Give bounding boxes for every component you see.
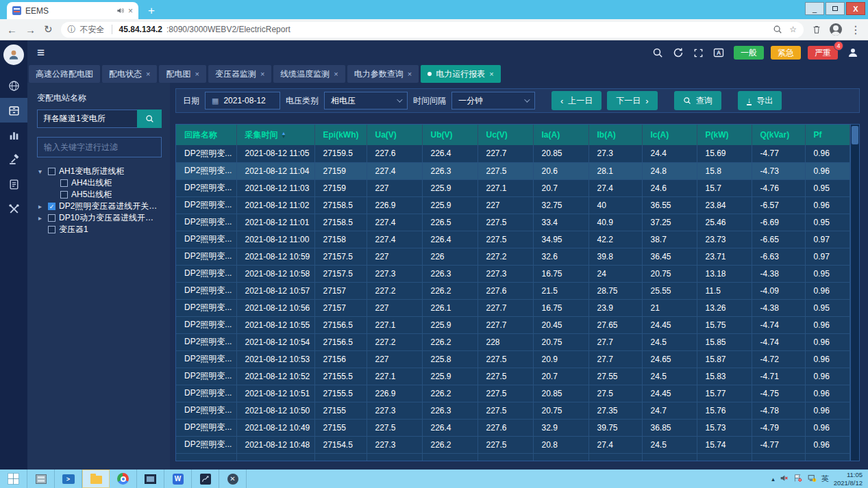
table-row[interactable]: DP2照明变...2021-08-12 10:5527156.5227.1225… (176, 316, 850, 333)
column-header[interactable]: Epi(kWh) (314, 125, 367, 145)
page-tab[interactable]: 高速公路配电图 (29, 65, 100, 83)
tab-close-icon[interactable]: × (146, 70, 150, 78)
records-icon[interactable] (0, 98, 27, 123)
interval-select[interactable]: 一分钟 (451, 92, 535, 110)
monitor-app-icon[interactable] (137, 470, 164, 488)
new-tab-button[interactable]: + (148, 2, 155, 19)
column-header[interactable]: Ic(A) (642, 125, 697, 145)
column-header[interactable]: Uc(V) (478, 125, 533, 145)
column-header[interactable]: P(kW) (697, 125, 752, 145)
user-avatar[interactable] (3, 44, 24, 65)
alarm-badge[interactable]: 一般 (734, 46, 764, 60)
tab-close-icon[interactable]: × (128, 6, 133, 16)
network-warning-icon[interactable]: ! (807, 473, 817, 485)
server-manager-icon[interactable] (27, 470, 55, 488)
window-minimize-button[interactable]: _ (805, 2, 824, 15)
zoom-icon[interactable] (773, 25, 782, 34)
sort-asc-icon[interactable]: ▲▼ (282, 131, 286, 138)
menu-toggle-icon[interactable]: ≡ (37, 45, 45, 60)
table-row[interactable]: DP2照明变...2021-08-12 10:5427156.5227.2226… (176, 333, 850, 350)
page-tab[interactable]: 电力运行报表× (421, 65, 500, 83)
chevron-down-icon[interactable]: ▾ (38, 168, 45, 175)
forward-icon[interactable]: → (25, 24, 36, 36)
chevron-right-icon[interactable]: ▸ (38, 214, 45, 222)
tab-close-icon[interactable]: × (334, 70, 338, 78)
tree-checkbox[interactable] (48, 214, 55, 222)
audio-playing-icon[interactable] (116, 7, 124, 14)
next-day-button[interactable]: 下一日› (607, 91, 657, 110)
taskbar-clock[interactable]: 11:052021/8/12 (834, 471, 863, 487)
station-search-button[interactable] (137, 110, 162, 128)
table-row[interactable]: DP2照明变...2021-08-12 11:0327159227225.922… (176, 179, 850, 196)
user-icon[interactable] (847, 47, 858, 58)
tree-item[interactable]: ▾AH1变电所进线柜 (37, 166, 162, 177)
page-tab[interactable]: 电力参数查询× (347, 65, 419, 83)
tree-item[interactable]: AH4出线柜 (37, 177, 162, 189)
column-header[interactable]: 采集时间▲▼ (236, 125, 314, 145)
column-header[interactable]: Ia(A) (533, 125, 588, 145)
info-icon[interactable]: ⓘ (68, 24, 76, 36)
reload-icon[interactable]: ↻ (44, 23, 53, 36)
table-row[interactable]: DP2照明变...2021-08-12 10:4927155227.5226.4… (176, 419, 850, 436)
gavel-icon[interactable] (0, 147, 27, 172)
tree-checkbox[interactable]: ✓ (48, 203, 55, 210)
powershell-icon[interactable]: > (55, 470, 82, 488)
globe-icon[interactable] (0, 73, 27, 98)
trash-icon[interactable] (812, 25, 821, 34)
tree-item[interactable]: 变压器1 (37, 224, 162, 235)
table-row[interactable]: DP2照明变...2021-08-12 10:5927157.522722622… (176, 248, 850, 265)
window-maximize-button[interactable] (826, 2, 845, 15)
voltage-type-select[interactable]: 相电压 (324, 92, 408, 110)
tree-checkbox[interactable] (60, 179, 68, 187)
table-row[interactable]: DP2照明变...2021-08-12 11:0227158.5226.9225… (176, 196, 850, 214)
tab-close-icon[interactable]: × (408, 70, 412, 78)
tab-close-icon[interactable]: × (260, 70, 264, 78)
drawing-app-icon[interactable] (192, 470, 219, 488)
chart-icon[interactable] (0, 123, 27, 147)
query-button[interactable]: 查询 (674, 91, 721, 110)
ime-indicator[interactable]: 英 (821, 474, 829, 484)
tree-filter-input[interactable] (40, 140, 159, 155)
tab-close-icon[interactable]: × (489, 70, 493, 78)
chevron-right-icon[interactable]: ▸ (38, 203, 45, 210)
url-bar[interactable]: ⓘ 不安全 45.84.134.2:8090/3000WEBV2/Electri… (61, 22, 804, 38)
column-header[interactable]: Pf (805, 125, 850, 145)
table-row[interactable]: DP2照明变...2021-08-12 10:4827154.5227.3226… (176, 436, 850, 453)
back-icon[interactable]: ← (7, 24, 17, 36)
export-button[interactable]: ↓导出 (738, 91, 782, 110)
table-row[interactable]: DP2照明变...2021-08-12 10:5727157227.2226.2… (176, 282, 850, 299)
table-row[interactable]: DP2照明变...2021-08-12 10:5127155.5226.9226… (176, 385, 850, 402)
page-tab[interactable]: 线缆温度监测× (273, 65, 345, 83)
table-row[interactable]: DP2照明变...2021-08-12 11:0527159.5227.6226… (176, 145, 850, 162)
table-row[interactable]: DP2照明变...2021-08-12 10:5827157.5227.3226… (176, 265, 850, 282)
action-center-flag-icon[interactable] (793, 473, 802, 485)
table-row[interactable]: DP2照明变...2021-08-12 11:0027158227.4226.4… (176, 231, 850, 248)
tree-item[interactable]: AH5出线柜 (37, 189, 162, 201)
page-tab[interactable]: 配电状态× (102, 65, 157, 83)
column-header[interactable]: Q(kVar) (752, 125, 805, 145)
table-row[interactable]: DP2照明变...2021-08-12 11:0127158.5227.4226… (176, 214, 850, 231)
network-tools-icon[interactable]: ✕ (219, 470, 247, 488)
tree-checkbox[interactable] (48, 168, 55, 175)
table-row[interactable]: DP2照明变...2021-08-12 10:5227155.5227.1225… (176, 368, 850, 385)
fullscreen-icon[interactable] (693, 48, 704, 58)
translate-icon[interactable]: A (713, 47, 724, 58)
report-icon[interactable] (0, 172, 27, 196)
tray-expand-icon[interactable]: ▴ (771, 476, 775, 483)
prev-day-button[interactable]: ‹上一日 (551, 91, 602, 110)
tree-checkbox[interactable] (48, 226, 55, 233)
column-header[interactable]: 回路名称 (176, 125, 236, 145)
table-row[interactable]: DP2照明变...2021-08-12 10:5627157227226.122… (176, 299, 850, 316)
column-header[interactable]: Ib(A) (588, 125, 642, 145)
profile-avatar[interactable] (830, 23, 842, 36)
start-button[interactable] (0, 470, 27, 488)
volume-muted-icon[interactable] (780, 473, 789, 485)
tab-close-icon[interactable]: × (195, 70, 199, 78)
wps-icon[interactable]: W (164, 470, 192, 488)
table-scrollbar[interactable] (850, 125, 859, 461)
search-icon[interactable] (652, 47, 663, 58)
table-row[interactable]: DP2照明变...2021-08-12 10:5327156227225.822… (176, 350, 850, 368)
column-header[interactable]: Ua(V) (367, 125, 422, 145)
station-search-input[interactable] (37, 110, 137, 128)
alarm-badge[interactable]: 紧急 (771, 46, 801, 60)
